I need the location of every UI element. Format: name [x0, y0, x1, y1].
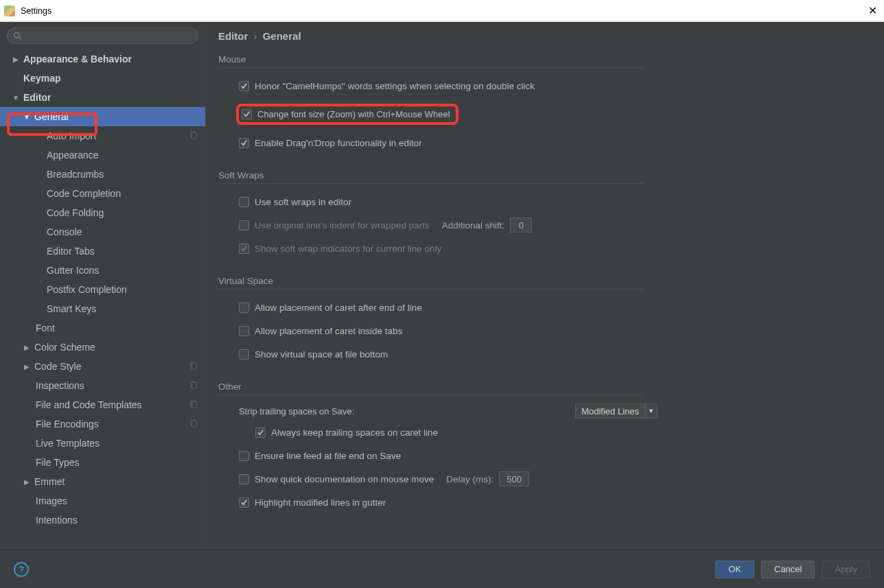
svg-rect-5 [191, 363, 196, 369]
row-virtual-bottom[interactable]: Show virtual space at file bottom [239, 344, 866, 364]
svg-rect-11 [191, 421, 196, 427]
select-strip-trailing[interactable]: Modified Lines ▼ [575, 403, 658, 419]
copy-icon [189, 399, 198, 411]
section-title-mouse: Mouse [218, 54, 644, 68]
row-use-soft-wraps[interactable]: Use soft wraps in editor [239, 192, 866, 211]
breadcrumb-editor[interactable]: Editor [218, 30, 248, 42]
tree-breadcrumbs[interactable]: Breadcrumbs [0, 165, 205, 184]
tree-emmet[interactable]: ▶Emmet [0, 472, 205, 491]
row-strip-trailing: Strip trailing spaces on Save: Modified … [239, 403, 658, 419]
section-title-virtual-space: Virtual Space [218, 276, 644, 290]
titlebar: Settings ✕ [0, 0, 884, 22]
input-additional-shift[interactable] [510, 217, 532, 233]
row-orig-indent: Use original line's indent for wrapped p… [239, 215, 866, 235]
checkbox-highlight-mod[interactable] [239, 497, 249, 508]
tree-smart-keys[interactable]: Smart Keys [0, 299, 205, 318]
row-always-keep[interactable]: Always keep trailing spaces on caret lin… [255, 423, 866, 442]
tree-inspections[interactable]: Inspections [0, 376, 205, 395]
content-panel: Editor › General Mouse Honor "CamelHumps… [206, 22, 884, 550]
checkbox-ensure-lf[interactable] [239, 451, 249, 461]
section-mouse: Mouse Honor "CamelHumps" words settings … [218, 54, 866, 152]
tree-auto-import[interactable]: Auto Import [0, 126, 205, 145]
apply-button[interactable]: Apply [822, 561, 870, 578]
sidebar: ▶Appearance & Behavior Keymap ▼Editor ▼G… [0, 22, 206, 550]
breadcrumb-general: General [263, 30, 301, 42]
section-title-other: Other [218, 381, 644, 395]
tree-general[interactable]: ▼General [0, 107, 205, 126]
checkbox-show-indicators [239, 244, 249, 254]
checkbox-dragdrop[interactable] [239, 138, 249, 148]
checkbox-caret-eol[interactable] [239, 303, 249, 313]
label-additional-shift: Additional shift: [442, 220, 505, 231]
search-icon [13, 32, 22, 40]
tree-file-encodings[interactable]: File Encodings [0, 414, 205, 434]
tree-live-templates[interactable]: Live Templates [0, 434, 205, 453]
dialog-footer: ? OK Cancel Apply [0, 550, 884, 588]
checkbox-use-soft-wraps[interactable] [239, 197, 249, 207]
close-icon[interactable]: ✕ [865, 4, 880, 17]
checkbox-orig-indent [239, 220, 249, 231]
row-caret-tabs[interactable]: Allow placement of caret inside tabs [239, 321, 866, 340]
search-input-wrap[interactable] [7, 27, 198, 44]
highlight-zoom-option: Change font size (Zoom) with Ctrl+Mouse … [236, 104, 458, 125]
help-icon[interactable]: ? [14, 562, 29, 577]
tree-keymap[interactable]: Keymap [0, 69, 205, 88]
tree-code-folding[interactable]: Code Folding [0, 203, 205, 222]
section-virtual-space: Virtual Space Allow placement of caret a… [218, 276, 866, 364]
checkbox-quick-doc[interactable] [239, 474, 249, 484]
copy-icon [189, 380, 198, 392]
row-honor-camelhumps[interactable]: Honor "CamelHumps" words settings when s… [239, 76, 866, 95]
tree-editor[interactable]: ▼Editor [0, 88, 205, 107]
tree-postfix-completion[interactable]: Postfix Completion [0, 280, 205, 299]
tree-images[interactable]: Images [0, 491, 205, 510]
breadcrumb-sep-icon: › [254, 30, 257, 42]
row-dragdrop[interactable]: Enable Drag'n'Drop functionality in edit… [239, 133, 866, 152]
window-title: Settings [21, 6, 51, 16]
chevron-down-icon[interactable]: ▼ [644, 404, 657, 418]
app-icon [4, 5, 15, 16]
tree-appearance[interactable]: Appearance [0, 145, 205, 165]
checkbox-zoom[interactable] [242, 109, 252, 119]
tree-gutter-icons[interactable]: Gutter Icons [0, 261, 205, 280]
copy-icon [189, 361, 198, 373]
tree-file-code-templates[interactable]: File and Code Templates [0, 395, 205, 414]
tree-appearance-behavior[interactable]: ▶Appearance & Behavior [0, 49, 205, 69]
breadcrumb: Editor › General [218, 30, 866, 42]
tree-code-completion[interactable]: Code Completion [0, 184, 205, 203]
section-title-softwraps: Soft Wraps [218, 170, 644, 184]
section-other: Other Strip trailing spaces on Save: Mod… [218, 381, 866, 512]
row-ensure-lf[interactable]: Ensure line feed at file end on Save [239, 446, 866, 465]
svg-point-0 [14, 32, 19, 37]
tree-font[interactable]: Font [0, 318, 205, 338]
settings-tree[interactable]: ▶Appearance & Behavior Keymap ▼Editor ▼G… [0, 48, 205, 550]
tree-color-scheme[interactable]: ▶Color Scheme [0, 338, 205, 357]
row-highlight-mod[interactable]: Highlight modified lines in gutter [239, 493, 866, 512]
row-caret-eol[interactable]: Allow placement of caret after end of li… [239, 298, 866, 317]
search-input[interactable] [25, 31, 192, 41]
checkbox-virtual-bottom[interactable] [239, 349, 249, 360]
tree-console[interactable]: Console [0, 222, 205, 242]
svg-rect-7 [191, 382, 196, 388]
checkbox-honor-camelhumps[interactable] [239, 81, 249, 91]
row-show-indicators: Show soft wrap indicators for current li… [239, 239, 866, 258]
svg-rect-3 [191, 132, 196, 139]
cancel-button[interactable]: Cancel [761, 561, 815, 578]
copy-icon [189, 419, 198, 430]
label-zoom: Change font size (Zoom) with Ctrl+Mouse … [257, 109, 450, 119]
tree-file-types[interactable]: File Types [0, 453, 205, 472]
ok-button[interactable]: OK [715, 561, 754, 578]
svg-rect-9 [191, 401, 196, 408]
label-strip-trailing: Strip trailing spaces on Save: [239, 406, 354, 416]
tree-intentions[interactable]: Intentions [0, 510, 205, 530]
checkbox-caret-tabs[interactable] [239, 326, 249, 336]
checkbox-always-keep[interactable] [255, 427, 266, 438]
svg-line-1 [19, 37, 21, 39]
label-delay: Delay (ms): [446, 474, 493, 484]
tree-code-style[interactable]: ▶Code Style [0, 357, 205, 376]
input-delay-ms[interactable] [499, 471, 529, 486]
section-soft-wraps: Soft Wraps Use soft wraps in editor Use … [218, 170, 866, 258]
row-quick-doc[interactable]: Show quick documentation on mouse move D… [239, 469, 866, 489]
copy-icon [189, 130, 198, 142]
tree-editor-tabs[interactable]: Editor Tabs [0, 242, 205, 261]
